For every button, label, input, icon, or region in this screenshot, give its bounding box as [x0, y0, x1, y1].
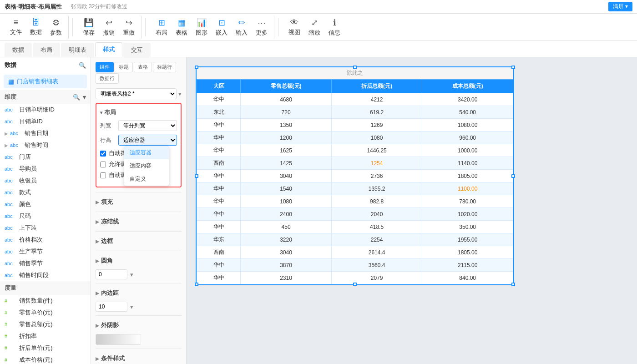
dim-item-13[interactable]: abc 销售季节: [0, 258, 91, 269]
conditional-style-header[interactable]: ▶ 条件样式: [96, 353, 182, 364]
dim-item-2[interactable]: ▶ abc 销售日期: [0, 127, 91, 139]
outer-shadow-header[interactable]: ▶ 外阴影: [96, 319, 182, 331]
redo-button[interactable]: ↪ 重做: [119, 16, 138, 39]
save-button[interactable]: 💾 保存: [79, 16, 98, 39]
auto-adjust-group-checkbox[interactable]: [100, 172, 106, 178]
params-button[interactable]: ⚙ 参数: [46, 16, 66, 39]
datasource-item[interactable]: ▦ 门店销售明细表: [4, 75, 87, 88]
measure-item-0[interactable]: # 销售数量(件): [0, 295, 91, 307]
fill-section: ▶ 填充: [96, 192, 182, 208]
style-tabs: 组件 标题 表格 标题行 数据行: [96, 62, 182, 84]
tab-style[interactable]: 样式: [95, 42, 122, 57]
chart-button[interactable]: 📊 图形: [192, 16, 211, 39]
inner-padding-header[interactable]: ▶ 内边距: [96, 287, 182, 299]
tab-data[interactable]: 数据: [5, 43, 32, 57]
resize-handle-ml[interactable]: [195, 174, 198, 178]
dim-item-4[interactable]: abc 门店: [0, 151, 91, 163]
undo-button[interactable]: ↩ 撤销: [99, 16, 118, 39]
more-button[interactable]: ⋯ 更多: [252, 16, 271, 39]
style-tab-component[interactable]: 组件: [96, 62, 114, 72]
style-tab-header-row[interactable]: 标题行: [153, 62, 176, 72]
main-layout: 数据 🔍 ▦ 门店销售明细表 维度 🔍 ▾ abc 日销单明细ID abc 日销…: [0, 57, 637, 364]
allow-adjust-checkbox[interactable]: [100, 162, 106, 167]
resize-handle-br[interactable]: [511, 283, 515, 286]
expand-dim-icon[interactable]: ▾: [83, 94, 86, 101]
dim-item-11[interactable]: abc 价格档次: [0, 234, 91, 246]
tab-detail[interactable]: 明细表: [61, 43, 94, 57]
dim-item-6[interactable]: abc 收银员: [0, 175, 91, 187]
resize-handle-bm[interactable]: [353, 283, 357, 286]
cell-region: 华中: [197, 119, 241, 131]
dim-item-10[interactable]: abc 上下装: [0, 222, 91, 234]
dim-item-5[interactable]: abc 导购员: [0, 163, 91, 175]
round-corner-header[interactable]: ▶ 圆角: [96, 255, 182, 267]
dim-item-12[interactable]: abc 生产季节: [0, 246, 91, 258]
toolbar-separator-3: [278, 18, 278, 36]
dropdown-item-2[interactable]: 自定义: [124, 172, 169, 186]
layout-button[interactable]: ⊞ 布局: [152, 16, 171, 39]
layout-icon: ⊞: [158, 18, 165, 28]
dim-item-8[interactable]: abc 颜色: [0, 198, 91, 210]
dim-item-0[interactable]: abc 日销单明细ID: [0, 104, 91, 116]
fullscreen-button[interactable]: 满屏 ▾: [608, 2, 632, 11]
table-label: 表格: [176, 29, 187, 37]
resize-handle-tl[interactable]: [195, 66, 198, 69]
data-icon: 🗄: [32, 18, 40, 27]
zoom-button[interactable]: ⤢ 缩放: [305, 16, 324, 39]
dropdown-item-1[interactable]: 适应内容: [124, 159, 169, 172]
style-name-select[interactable]: 明细表风格2 *: [96, 88, 177, 99]
cell-discount: 3560.4: [331, 259, 422, 272]
resize-handle-bl[interactable]: [195, 283, 198, 286]
menu-button[interactable]: ≡ 文件: [6, 16, 25, 38]
table-button[interactable]: ▦ 表格: [172, 16, 191, 39]
round-corner-input[interactable]: [96, 269, 127, 279]
input-button[interactable]: ✏ 输入: [232, 16, 251, 39]
row-height-select[interactable]: 适应容器 适应内容 自定义: [118, 135, 177, 146]
dim-item-7[interactable]: abc 款式: [0, 187, 91, 198]
resize-handle-tm[interactable]: [353, 66, 357, 69]
view-button[interactable]: 👁 视图: [285, 16, 304, 38]
col-header-retail: 零售总额(元): [241, 80, 332, 93]
measure-item-1[interactable]: # 零售单价(元): [0, 307, 91, 318]
column-width-select[interactable]: 等分列宽 自适应 自定义: [118, 120, 177, 131]
dim-item-1[interactable]: abc 日销单ID: [0, 116, 91, 127]
resize-handle-mr[interactable]: [511, 174, 515, 178]
cell-discount: 619.2: [331, 106, 422, 119]
info-button[interactable]: ℹ 信息: [325, 16, 344, 39]
inner-padding-input[interactable]: [96, 302, 127, 312]
dim-item-3[interactable]: ▶ abc 销售时间: [0, 139, 91, 151]
chevron-right-icon: ▶: [96, 219, 99, 224]
measure-item-3[interactable]: # 折扣率: [0, 330, 91, 342]
fill-header[interactable]: ▶ 填充: [96, 196, 182, 208]
zoom-icon: ⤢: [311, 18, 318, 28]
dim-item-14[interactable]: abc 销售时间段: [0, 269, 91, 281]
border-header[interactable]: ▶ 边框: [96, 235, 182, 247]
tab-interact[interactable]: 交互: [123, 43, 151, 57]
zoom-label: 缩放: [308, 29, 320, 37]
embed-icon: ⊡: [218, 18, 225, 28]
dim-item-9[interactable]: abc 尺码: [0, 210, 91, 222]
measure-item-2[interactable]: # 零售总额(元): [0, 318, 91, 330]
freeze-header[interactable]: ▶ 冻结线: [96, 216, 182, 228]
round-corner-section: ▶ 圆角 ▾: [96, 251, 182, 279]
embed-button[interactable]: ⊡ 嵌入: [212, 16, 231, 39]
data-button[interactable]: 🗄 数据: [26, 16, 46, 38]
search-icon[interactable]: 🔍: [79, 62, 86, 69]
auto-expand-checkbox[interactable]: [100, 151, 106, 157]
search-dim-icon[interactable]: 🔍: [73, 94, 80, 101]
style-tab-title[interactable]: 标题: [115, 62, 133, 72]
dropdown-item-0[interactable]: 适应容器: [124, 146, 169, 159]
round-corner-row: ▾: [96, 269, 182, 279]
measure-item-5[interactable]: # 成本价格(元): [0, 354, 91, 364]
table-row: 华东322022541955.00: [197, 233, 513, 246]
cell-cost: 2115.00: [422, 259, 513, 272]
resize-handle-tr[interactable]: [511, 66, 515, 69]
view-icon: 👁: [290, 18, 298, 27]
col-header-cost: 成本总额(元): [422, 80, 513, 93]
measure-item-4[interactable]: # 折后单价(元): [0, 342, 91, 354]
measure-header: 度量: [0, 281, 91, 295]
style-tab-data-row[interactable]: 数据行: [96, 73, 119, 84]
tab-layout[interactable]: 布局: [33, 43, 60, 57]
style-tab-table[interactable]: 表格: [134, 62, 152, 72]
cell-discount: 1254: [331, 157, 422, 170]
